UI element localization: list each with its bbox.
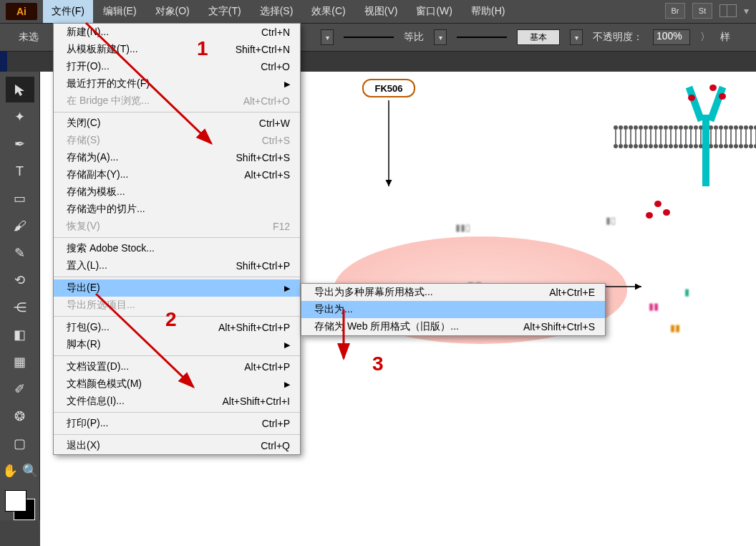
rectangle-tool[interactable]: ▭ <box>6 186 34 211</box>
menu-help[interactable]: 帮助(H) <box>462 0 513 23</box>
file-menu-item[interactable]: 文档颜色模式(M)▶ <box>54 375 300 393</box>
paintbrush-tool[interactable]: 🖌 <box>6 213 34 239</box>
color-tab-edge <box>0 52 7 72</box>
file-menu-item[interactable]: 导出(E)▶ <box>54 279 300 297</box>
hand-tool[interactable]: ✋ <box>0 458 20 484</box>
export-submenu-item[interactable]: 导出为... <box>301 301 605 318</box>
file-menu-item[interactable]: 存储为(A)...Shift+Ctrl+S <box>54 149 300 166</box>
menu-edit[interactable]: 编辑(E) <box>94 0 145 23</box>
header-right-icons: Br St ▾ <box>665 3 749 19</box>
menu-select[interactable]: 选择(S) <box>251 0 302 23</box>
left-toolbar: ✦ ✒ T ▭ 🖌 ✎ ⟲ ⋲ ◧ ▦ ✐ ❂ ▢ ✋ 🔍 <box>0 72 40 520</box>
artboard-tool[interactable]: ▢ <box>6 431 34 456</box>
menu-type[interactable]: 文字(T) <box>200 0 250 23</box>
zoom-tool[interactable]: 🔍 <box>20 458 40 484</box>
perspective-tool[interactable]: ▦ <box>6 349 34 375</box>
rotate-tool[interactable]: ⟲ <box>6 267 34 293</box>
stroke-style-basic[interactable]: 基本 <box>517 29 560 45</box>
file-menu-item: 导出所选项目... <box>54 297 300 314</box>
no-selection-label: 未选 <box>14 31 43 44</box>
file-menu-item[interactable]: 关闭(C)Ctrl+W <box>54 115 300 132</box>
type-tool[interactable]: T <box>6 158 34 184</box>
selection-tool[interactable] <box>6 77 34 102</box>
dropdown-icon[interactable]: ▾ <box>744 5 749 16</box>
opt-dd1[interactable]: ▾ <box>321 29 334 45</box>
file-menu-dropdown: 新建(N)...Ctrl+N从模板新建(T)...Shift+Ctrl+N打开(… <box>53 23 301 455</box>
opacity-label: 不透明度： <box>593 31 643 44</box>
magic-wand-tool[interactable]: ✦ <box>6 104 34 130</box>
color-swatch[interactable] <box>5 490 35 520</box>
export-submenu-item[interactable]: 存储为 Web 所用格式（旧版）...Alt+Shift+Ctrl+S <box>301 318 605 335</box>
stroke-preview <box>344 37 394 38</box>
menu-file[interactable]: 文件(F) <box>43 0 93 23</box>
annotation-1: 1 <box>197 37 208 60</box>
file-menu-item[interactable]: 打印(P)...Ctrl+P <box>54 415 300 432</box>
file-menu-item[interactable]: 脚本(R)▶ <box>54 336 300 353</box>
menu-effect[interactable]: 效果(C) <box>303 0 354 23</box>
more-arrow-icon[interactable]: 〉 <box>700 31 710 44</box>
pencil-tool[interactable]: ✎ <box>6 240 34 266</box>
file-menu-item[interactable]: 打开(O)...Ctrl+O <box>54 58 300 75</box>
menu-bar: Ai 文件(F) 编辑(E) 对象(O) 文字(T) 选择(S) 效果(C) 视… <box>0 0 756 23</box>
menu-object[interactable]: 对象(O) <box>147 0 198 23</box>
annotation-2: 2 <box>165 308 177 331</box>
file-menu-item[interactable]: 搜索 Adobe Stock... <box>54 240 300 257</box>
file-menu-item[interactable]: 置入(L)...Shift+Ctrl+P <box>54 257 300 274</box>
layout-icon[interactable] <box>719 4 737 17</box>
file-menu-item: 存储(S)Ctrl+S <box>54 132 300 149</box>
file-menu-item: 恢复(V)F12 <box>54 218 300 235</box>
app-logo: Ai <box>6 3 37 20</box>
pen-tool[interactable]: ✒ <box>6 131 34 157</box>
file-menu-item[interactable]: 新建(N)...Ctrl+N <box>54 24 300 41</box>
bridge-icon[interactable]: Br <box>665 3 685 19</box>
opacity-field[interactable]: 100% <box>653 29 690 45</box>
file-menu-item[interactable]: 从模板新建(T)...Shift+Ctrl+N <box>54 41 300 58</box>
opt-dd2[interactable]: ▾ <box>434 29 447 45</box>
fill-color[interactable] <box>5 490 26 512</box>
export-submenu: 导出为多种屏幕所用格式...Alt+Ctrl+E导出为...存储为 Web 所用… <box>301 283 606 336</box>
ratio-label: 等比 <box>404 31 424 44</box>
shape-builder-tool[interactable]: ◧ <box>6 322 34 348</box>
opt-dd3[interactable]: ▾ <box>570 29 583 45</box>
stock-icon[interactable]: St <box>692 3 712 19</box>
file-menu-item[interactable]: 最近打开的文件(F)▶ <box>54 75 300 92</box>
export-submenu-item[interactable]: 导出为多种屏幕所用格式...Alt+Ctrl+E <box>301 284 605 301</box>
menu-view[interactable]: 视图(V) <box>356 0 407 23</box>
symbol-sprayer-tool[interactable]: ❂ <box>6 403 34 429</box>
eyedropper-tool[interactable]: ✐ <box>6 376 34 402</box>
file-menu-item[interactable]: 存储为模板... <box>54 183 300 201</box>
menu-window[interactable]: 窗口(W) <box>407 0 461 23</box>
stroke-preview-2 <box>457 37 507 38</box>
file-menu-item: 在 Bridge 中浏览...Alt+Ctrl+O <box>54 92 300 110</box>
more-label: 样 <box>720 31 730 44</box>
file-menu-item[interactable]: 存储副本(Y)...Alt+Ctrl+S <box>54 166 300 183</box>
annotation-3: 3 <box>372 353 384 375</box>
file-menu-item[interactable]: 退出(X)Ctrl+Q <box>54 437 300 454</box>
file-menu-item[interactable]: 文档设置(D)...Alt+Ctrl+P <box>54 358 300 375</box>
file-menu-item[interactable]: 打包(G)...Alt+Shift+Ctrl+P <box>54 319 300 336</box>
width-tool[interactable]: ⋲ <box>6 294 34 320</box>
file-menu-item[interactable]: 文件信息(I)...Alt+Shift+Ctrl+I <box>54 393 300 410</box>
file-menu-item[interactable]: 存储选中的切片... <box>54 201 300 218</box>
